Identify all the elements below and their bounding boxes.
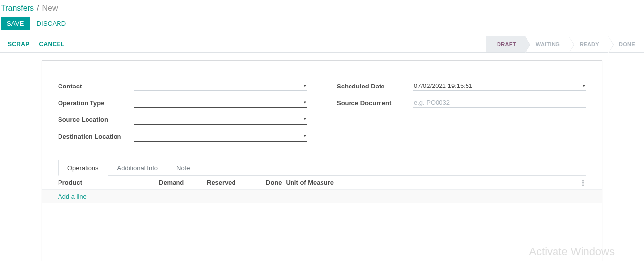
breadcrumb: Transfers / New [0, 0, 644, 15]
scheduled-date-field[interactable] [414, 82, 577, 89]
action-row: SAVE DISCARD [0, 15, 644, 36]
stage-waiting[interactable]: WAITING [525, 36, 569, 52]
tab-operations[interactable]: Operations [58, 160, 108, 176]
destination-location-label: Destination Location [58, 133, 134, 140]
col-reserved: Reserved [207, 179, 266, 186]
tab-note[interactable]: Note [167, 160, 199, 176]
operations-table: Product Demand Reserved Done Unit of Mea… [42, 176, 602, 203]
caret-icon: ▾ [304, 116, 306, 121]
col-done: Done [266, 179, 286, 186]
scheduled-date-label: Scheduled Date [337, 83, 413, 90]
caret-icon: ▾ [304, 100, 306, 105]
breadcrumb-root[interactable]: Transfers [1, 4, 34, 13]
form-sheet: Contact ▾ Operation Type ▾ Source Locati… [42, 60, 602, 261]
stage-ready[interactable]: READY [569, 36, 608, 52]
operation-type-input[interactable]: ▾ [134, 98, 307, 108]
contact-input[interactable]: ▾ [134, 81, 307, 91]
caret-icon: ▾ [304, 83, 306, 88]
stage-draft[interactable]: DRAFT [486, 36, 525, 52]
save-button[interactable]: SAVE [1, 17, 30, 30]
contact-label: Contact [58, 83, 134, 90]
cancel-button[interactable]: CANCEL [34, 37, 70, 52]
kebab-icon[interactable]: ⋮ [576, 179, 586, 186]
source-location-label: Source Location [58, 116, 134, 123]
status-stages: DRAFT WAITING READY DONE [486, 36, 644, 52]
breadcrumb-current: New [42, 4, 58, 13]
col-product: Product [58, 179, 159, 186]
source-document-label: Source Document [337, 99, 413, 107]
tab-additional-info[interactable]: Additional Info [108, 160, 167, 176]
source-location-field[interactable] [135, 116, 298, 123]
source-location-input[interactable]: ▾ [134, 115, 307, 125]
source-document-field[interactable] [413, 98, 586, 108]
operation-type-label: Operation Type [58, 99, 134, 107]
col-uom: Unit of Measure [286, 179, 577, 186]
status-bar: SCRAP CANCEL DRAFT WAITING READY DONE [0, 36, 644, 53]
contact-field[interactable] [135, 82, 298, 89]
scrap-button[interactable]: SCRAP [3, 37, 34, 52]
destination-location-field[interactable] [135, 132, 298, 140]
operation-type-field[interactable] [135, 99, 298, 106]
caret-icon: ▾ [583, 83, 585, 88]
discard-button[interactable]: DISCARD [30, 17, 73, 30]
breadcrumb-sep: / [37, 4, 39, 13]
caret-icon: ▾ [304, 133, 306, 138]
scheduled-date-input[interactable]: ▾ [413, 81, 586, 91]
destination-location-input[interactable]: ▾ [134, 131, 307, 142]
add-line-button[interactable]: Add a line [58, 193, 87, 200]
col-demand: Demand [159, 179, 207, 186]
tabs: Operations Additional Info Note [58, 159, 586, 176]
